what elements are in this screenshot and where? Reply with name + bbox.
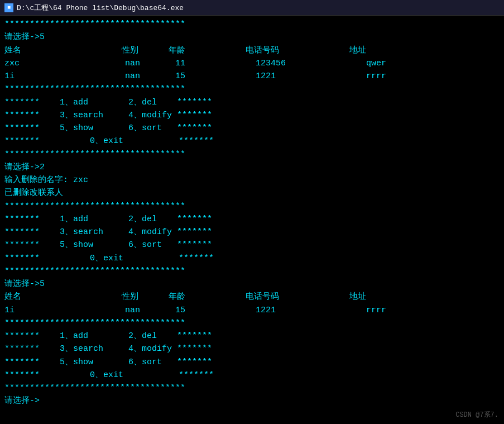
- title-text: D:\c工程\64 Phone list\Debug\base64.exe: [17, 3, 184, 13]
- console-output: ************************************ 请选择…: [0, 16, 504, 424]
- app-icon: ■: [4, 3, 13, 12]
- watermark: CSDN @7系7.: [455, 410, 498, 420]
- title-bar: ■ D:\c工程\64 Phone list\Debug\base64.exe: [0, 0, 504, 16]
